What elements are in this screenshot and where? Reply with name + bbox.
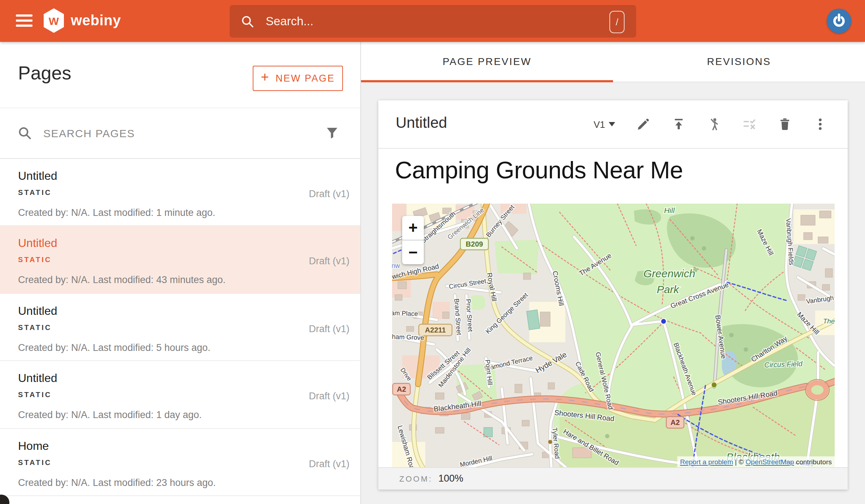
report-problem-link[interactable]: Report a problem xyxy=(680,457,733,465)
openstreetmap-link[interactable]: OpenStreetMap xyxy=(746,457,794,465)
preview-card-header: Untitled V1 xyxy=(378,100,848,149)
map-zoom-in-button[interactable]: + xyxy=(402,216,424,240)
page-item-type: STATIC xyxy=(18,323,349,331)
page-item-status: Draft (v1) xyxy=(309,323,349,334)
map-zoom-control: + − xyxy=(402,216,424,264)
page-list-item[interactable]: UntitledSTATICDraft (v1)Created by: N/A.… xyxy=(0,158,360,226)
map-label: am Place xyxy=(392,309,418,317)
pages-header: Pages + NEW PAGE xyxy=(0,42,360,108)
pages-panel: Pages + NEW PAGE SEARCH PAGES UntitledST… xyxy=(0,42,361,504)
global-search-placeholder: Search... xyxy=(266,14,313,28)
webiny-logo[interactable]: W webiny xyxy=(43,8,121,33)
page-item-type: STATIC xyxy=(18,391,349,399)
search-pages-input[interactable]: SEARCH PAGES xyxy=(0,108,360,158)
svg-text:B209: B209 xyxy=(466,240,483,248)
svg-text:A2211: A2211 xyxy=(425,326,446,334)
page-item-title: Untitled xyxy=(18,304,349,317)
page-item-status: Draft (v1) xyxy=(309,391,349,401)
edit-icon[interactable] xyxy=(636,117,651,131)
map-svg: B209A2211A2A2 StraightsmouthGreenwich Li… xyxy=(392,203,835,467)
page-item-title: Home xyxy=(18,439,349,452)
map-label: Park xyxy=(657,283,680,295)
page-list-item[interactable]: UntitledSTATICDraft (v1)Created by: N/A.… xyxy=(0,226,360,294)
requested-changes-icon[interactable] xyxy=(742,117,757,131)
page-list-item[interactable]: HomeSTATICDraft (v1)Created by: N/A. Las… xyxy=(0,429,360,496)
page-title: Pages xyxy=(18,62,71,84)
page-item-status: Draft (v1) xyxy=(309,458,349,469)
filter-icon[interactable] xyxy=(325,125,339,140)
map-label: ham Grove xyxy=(392,333,424,341)
version-dropdown[interactable]: V1 xyxy=(594,119,615,130)
app: W webiny Search... / Pages + NEW PAGE xyxy=(0,0,865,504)
attribution-contributors: contributors xyxy=(794,457,832,465)
road-ref-badge: B209 xyxy=(460,238,488,249)
map-label: The xyxy=(823,317,835,325)
page-item-title: Untitled xyxy=(18,169,349,182)
page-item-type: STATIC xyxy=(18,256,349,264)
map-label: Greenwich xyxy=(643,267,695,279)
page-item-meta: Created by: N/A. Last modified: 1 day ag… xyxy=(18,409,349,420)
delete-icon[interactable] xyxy=(778,117,792,131)
menu-icon[interactable] xyxy=(16,14,32,27)
shortcut-badge: / xyxy=(609,11,625,33)
page-list-item[interactable]: UntitledSTATICDraft (v1)Created by: N/A.… xyxy=(0,361,360,429)
global-search-input[interactable]: Search... / xyxy=(230,5,636,38)
publish-icon[interactable] xyxy=(671,117,686,131)
page-item-type: STATIC xyxy=(18,188,349,196)
preview-toolbar: V1 xyxy=(594,117,827,131)
page-item-title: Untitled xyxy=(18,372,349,385)
page-item-meta: Created by: N/A. Last modified: 1 minute… xyxy=(18,207,349,218)
avatar[interactable] xyxy=(827,9,851,33)
zoom-value: 100% xyxy=(438,473,463,484)
svg-text:A2: A2 xyxy=(670,418,680,426)
search-icon xyxy=(17,125,32,140)
preview-title: Untitled xyxy=(396,114,447,131)
new-page-button[interactable]: + NEW PAGE xyxy=(253,65,343,91)
preview-card: Untitled V1 xyxy=(378,100,848,489)
svg-text:A2: A2 xyxy=(397,385,406,393)
request-review-icon[interactable] xyxy=(707,117,721,131)
page-item-meta: Created by: N/A. Last modified: 23 hours… xyxy=(18,477,349,488)
plus-icon: + xyxy=(261,69,270,85)
brand-name: webiny xyxy=(71,12,121,29)
page-item-meta: Created by: N/A. Last modified: 43 minut… xyxy=(18,274,349,285)
map-label: nw xyxy=(392,262,400,269)
page-list-item[interactable]: UntitledSTATICDraft (v1)Created by: N/A.… xyxy=(0,294,360,361)
map-zoom-out-button[interactable]: − xyxy=(402,240,424,264)
map-canvas[interactable]: B209A2211A2A2 StraightsmouthGreenwich Li… xyxy=(392,203,835,467)
power-icon xyxy=(831,13,847,29)
road-ref-badge: A2 xyxy=(666,416,684,428)
attribution-separator: | © xyxy=(733,457,746,465)
map-label: Circus Field xyxy=(764,359,803,369)
map-attribution: Report a problem | © OpenStreetMap contr… xyxy=(677,456,835,467)
app-header: W webiny Search... / xyxy=(0,0,865,42)
more-options-icon[interactable] xyxy=(813,117,827,131)
search-icon xyxy=(240,14,255,29)
page-content-heading: Camping Grounds Near Me xyxy=(395,157,683,184)
version-label: V1 xyxy=(594,119,605,130)
tab-bar: PAGE PREVIEW REVISIONS xyxy=(361,42,865,82)
new-page-label: NEW PAGE xyxy=(275,73,335,83)
page-item-type: STATIC xyxy=(18,458,349,466)
page-item-meta: Created by: N/A. Last modified: 5 hours … xyxy=(18,342,349,353)
road-ref-badge: A2 xyxy=(393,383,410,395)
svg-text:W: W xyxy=(49,15,59,27)
preview-status-bar: ZOOM: 100% xyxy=(378,467,848,489)
pages-list: UntitledSTATICDraft (v1)Created by: N/A.… xyxy=(0,158,360,496)
preview-panel: PAGE PREVIEW REVISIONS Untitled V1 xyxy=(361,42,865,504)
zoom-label: ZOOM: xyxy=(399,474,432,483)
page-item-status: Draft (v1) xyxy=(309,188,349,199)
page-item-title: Untitled xyxy=(18,237,349,250)
webiny-hexagon-icon: W xyxy=(43,8,65,33)
page-item-status: Draft (v1) xyxy=(309,256,349,266)
map-label: Hill xyxy=(664,206,675,214)
tab-revisions[interactable]: REVISIONS xyxy=(613,42,865,81)
chevron-down-icon xyxy=(609,122,615,126)
search-pages-placeholder: SEARCH PAGES xyxy=(43,127,135,139)
tab-page-preview[interactable]: PAGE PREVIEW xyxy=(361,42,613,81)
